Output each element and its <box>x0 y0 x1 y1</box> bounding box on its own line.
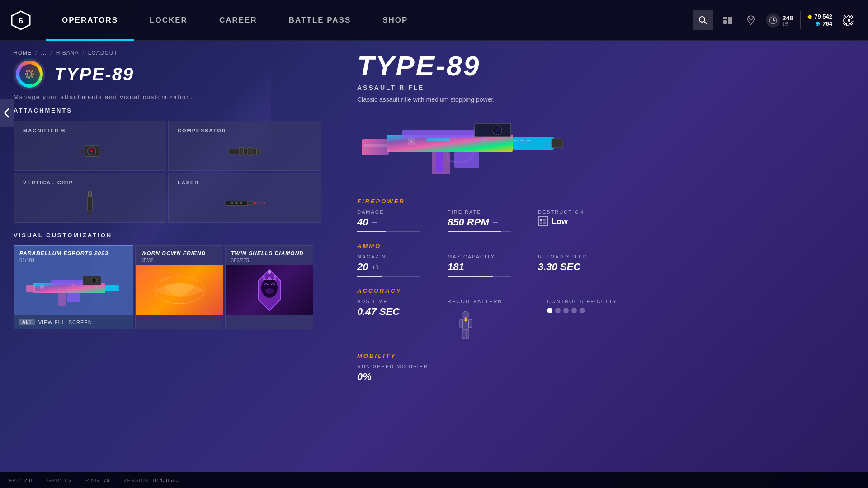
svg-line-7 <box>748 17 751 20</box>
skin-card-parabellum[interactable]: Parabellum Esports 2023 61/104 <box>14 245 133 329</box>
alt-badge: Alt <box>19 319 35 325</box>
svg-point-73 <box>495 127 500 133</box>
svg-point-17 <box>31 76 33 78</box>
svg-line-3 <box>704 22 707 24</box>
gold-currency-icon: ◆ <box>807 13 812 20</box>
notifications-icon[interactable] <box>720 12 736 28</box>
skin-progress-worn-down: 35/38 <box>141 258 217 263</box>
nav-battle-pass[interactable]: BATTLE PASS <box>273 0 367 41</box>
attachment-scope[interactable]: MAGNIFIED B <box>14 121 166 171</box>
control-dot-4 <box>571 308 577 313</box>
nav-divider <box>800 11 801 29</box>
svg-rect-4 <box>723 17 727 19</box>
gpu-value: 1.2 <box>64 478 72 483</box>
breadcrumb-home[interactable]: HOME <box>14 50 32 56</box>
svg-point-15 <box>32 73 34 75</box>
renown-count: 248 <box>782 14 793 22</box>
skin-name-parabellum: Parabellum Esports 2023 <box>19 250 127 257</box>
svg-point-97 <box>465 317 467 319</box>
svg-rect-56 <box>67 293 80 302</box>
svg-point-84 <box>410 140 413 143</box>
firepower-row: DAMAGE 40 — FIRE RATE 850 RPM <box>357 209 845 232</box>
svg-point-12 <box>28 70 30 71</box>
game-logo[interactable]: 6 <box>9 9 33 32</box>
skin-image-parabellum <box>14 265 133 315</box>
skin-header-twin-shells: TWIN SHELLS DIAMOND 386/575 <box>226 246 313 265</box>
svg-rect-54 <box>105 285 119 291</box>
nav-operators[interactable]: OPERATORS <box>46 0 134 41</box>
attachment-laser[interactable]: LASER <box>168 173 321 223</box>
skin-card-worn-down[interactable]: WORN DOWN FRIEND 35/38 <box>135 245 223 329</box>
skin-card-twin-shells[interactable]: TWIN SHELLS DIAMOND 386/575 <box>225 245 313 329</box>
svg-rect-50 <box>51 280 87 285</box>
skin-name-twin-shells: TWIN SHELLS DIAMOND <box>231 250 307 257</box>
svg-point-65 <box>262 275 265 278</box>
ammo-section: AMMO MAGAZINE 20 +1 — MAX <box>357 243 845 279</box>
grip-image <box>23 191 157 216</box>
gpu-label: GPU: <box>47 478 61 483</box>
reload-speed-stat: RELOAD SPEED 3.30 SEC — <box>538 254 628 277</box>
visual-section-title: VISUAL CUSTOMIZATION <box>14 232 321 239</box>
damage-modifier: — <box>372 219 377 225</box>
weapon-icon <box>14 58 45 90</box>
breadcrumb-loadout[interactable]: LOADOUT <box>88 50 118 56</box>
blue-currency-icon: ⊕ <box>815 20 820 27</box>
attachment-grip[interactable]: VERTICAL GRIP <box>14 173 166 223</box>
weapon-display-name: TYPE-89 <box>357 50 845 82</box>
magazine-bar <box>357 276 420 277</box>
recoil-visual <box>448 306 484 342</box>
nav-locker[interactable]: LOCKER <box>134 0 203 41</box>
left-panel: HOME / ... / HIBANA / LOADOUT <box>0 41 335 472</box>
destruction-value: Low <box>552 217 568 226</box>
skin-header-parabellum: Parabellum Esports 2023 61/104 <box>14 246 133 265</box>
friends-icon[interactable] <box>743 12 759 28</box>
svg-point-85 <box>481 138 486 143</box>
svg-rect-53 <box>26 285 35 292</box>
nav-shop[interactable]: SHOP <box>367 0 424 41</box>
svg-point-13 <box>28 77 30 79</box>
weapon-3d-display <box>357 112 845 184</box>
svg-rect-80 <box>513 140 518 141</box>
svg-rect-26 <box>78 150 85 152</box>
svg-point-96 <box>465 319 467 322</box>
svg-rect-94 <box>462 330 465 339</box>
fire-rate-modifier: — <box>493 219 498 225</box>
run-speed-value: 0% <box>357 371 372 383</box>
destruction-stat: DESTRUCTION Low <box>538 209 628 232</box>
svg-point-19 <box>26 76 28 78</box>
svg-rect-78 <box>552 139 563 148</box>
weapon-header: TYPE-89 <box>14 58 321 90</box>
svg-point-66 <box>274 275 277 278</box>
control-dot-5 <box>580 308 585 313</box>
version-value: 81438660 <box>153 478 179 483</box>
skin-progress-twin-shells: 386/575 <box>231 258 307 263</box>
view-fullscreen-label[interactable]: VIEW FULLSCREEN <box>38 319 92 325</box>
svg-rect-34 <box>88 191 92 196</box>
attachment-muzzle[interactable]: COMPENSATOR <box>168 121 321 171</box>
nav-career[interactable]: CAREER <box>203 0 273 41</box>
currency-display: ◆ 79 542 ⊕ 764 <box>807 13 832 27</box>
max-capacity-bar-fill <box>448 276 493 277</box>
settings-button[interactable] <box>839 10 859 30</box>
run-speed-label: RUN SPEED MODIFIER <box>357 364 439 369</box>
svg-rect-48 <box>240 202 243 204</box>
svg-point-18 <box>31 70 33 72</box>
ads-time-value: 0.47 SEC <box>357 306 400 318</box>
svg-rect-77 <box>513 137 554 150</box>
breadcrumb-hibana[interactable]: HIBANA <box>56 50 79 56</box>
magazine-value: 20 <box>357 261 368 273</box>
damage-bar-fill <box>357 231 386 232</box>
max-capacity-label: MAX CAPACITY <box>448 254 529 259</box>
svg-rect-70 <box>402 130 484 138</box>
season-level-display: 248 1/5 <box>766 13 793 28</box>
destruction-label: DESTRUCTION <box>538 209 619 215</box>
ads-time-stat: ADS TIME 0.47 SEC — <box>357 299 448 342</box>
search-button[interactable] <box>693 10 713 30</box>
back-button[interactable] <box>0 99 14 127</box>
svg-point-11 <box>27 72 32 76</box>
accuracy-section: ACCURACY ADS TIME 0.47 SEC — RECOIL PATT… <box>357 287 845 344</box>
control-dot-2 <box>555 308 561 313</box>
svg-rect-55 <box>58 293 66 306</box>
damage-bar <box>357 231 420 232</box>
main-content: HOME / ... / HIBANA / LOADOUT <box>0 41 868 472</box>
